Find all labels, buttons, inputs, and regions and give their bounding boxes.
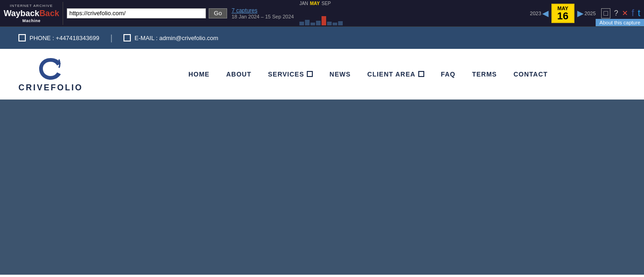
bar-3 — [310, 23, 315, 25]
bar-8 — [338, 21, 343, 25]
close-icon[interactable]: ✕ — [622, 9, 628, 18]
cal-day: 16 — [556, 11, 570, 21]
nav-home[interactable]: HOME — [188, 71, 210, 78]
wayback-toolbar: INTERNET ARCHIVE WaybackBack Machine Go … — [0, 0, 644, 27]
captures-link[interactable]: 7 captures — [232, 7, 294, 14]
contact-divider: | — [110, 33, 112, 43]
main-content — [0, 100, 644, 275]
sep-label: SEP — [322, 1, 331, 6]
window-icon[interactable]: □ — [601, 8, 610, 18]
machine-label: Machine — [22, 18, 41, 23]
phone-icon — [18, 34, 26, 41]
prev-arrow[interactable]: ◀ — [542, 8, 549, 18]
may-label: MAY — [310, 1, 320, 6]
year-2025: 2025 — [585, 11, 596, 16]
wayback-logo[interactable]: INTERNET ARCHIVE WaybackBack Machine — [0, 2, 63, 25]
nav-client-area[interactable]: CLIENT AREA — [367, 71, 424, 78]
twitter-icon[interactable]: t — [638, 8, 640, 18]
back-text: Back — [39, 9, 59, 18]
calendar-block: MAY 16 — [551, 4, 574, 23]
main-nav: HOME ABOUT SERVICES NEWS CLIENT AREA FAQ… — [111, 71, 626, 78]
year-nav: 2023 ◀ MAY 16 ▶ 2025 — [528, 4, 597, 23]
email-label: E-MAIL : admin@crivefolio.com — [135, 35, 218, 41]
next-arrow[interactable]: ▶ — [577, 8, 584, 18]
bar-2 — [305, 20, 310, 25]
jan-label: JAN — [299, 1, 308, 6]
email-item: E-MAIL : admin@crivefolio.com — [123, 34, 218, 41]
bar-1 — [299, 22, 304, 25]
url-input[interactable] — [67, 8, 206, 18]
captures-date: 18 Jan 2024 – 15 Sep 2024 — [232, 14, 294, 19]
bar-4 — [316, 21, 321, 25]
contact-bar: PHONE : +447418343699 | E-MAIL : admin@c… — [0, 27, 644, 49]
year-2023: 2023 — [530, 11, 541, 16]
facebook-icon[interactable]: f — [632, 8, 634, 18]
phone-item: PHONE : +447418343699 — [18, 34, 99, 41]
email-icon — [123, 34, 131, 41]
logo-area[interactable]: CRIVEFOLIO — [18, 56, 83, 93]
timeline: JAN MAY SEP — [298, 1, 528, 25]
nav-about[interactable]: ABOUT — [226, 71, 252, 78]
bar-7 — [333, 23, 337, 25]
about-capture[interactable]: About this capture — [596, 19, 644, 26]
main-header: CRIVEFOLIO HOME ABOUT SERVICES NEWS CLIE… — [0, 49, 644, 100]
nav-faq[interactable]: FAQ — [441, 71, 456, 78]
nav-news[interactable]: NEWS — [329, 71, 351, 78]
url-area: Go 7 captures 18 Jan 2024 – 15 Sep 2024 — [63, 7, 297, 19]
client-area-checkbox — [418, 71, 424, 77]
bar-6 — [327, 22, 332, 25]
logo-text: CRIVEFOLIO — [18, 83, 83, 93]
wayback-wordmark: WaybackBack — [4, 9, 59, 18]
go-button[interactable]: Go — [209, 8, 227, 18]
nav-terms[interactable]: TERMS — [472, 71, 497, 78]
nav-contact[interactable]: CONTACT — [514, 71, 548, 78]
right-icons: □ ? ✕ f t — [597, 8, 644, 18]
help-icon[interactable]: ? — [614, 9, 618, 18]
services-checkbox — [307, 71, 313, 77]
internet-archive-label: INTERNET ARCHIVE — [10, 4, 53, 8]
nav-services[interactable]: SERVICES — [268, 71, 313, 78]
timeline-bars — [299, 7, 343, 25]
phone-label: PHONE : +447418343699 — [29, 35, 99, 41]
bar-highlight — [322, 16, 326, 25]
logo-icon — [37, 56, 64, 81]
